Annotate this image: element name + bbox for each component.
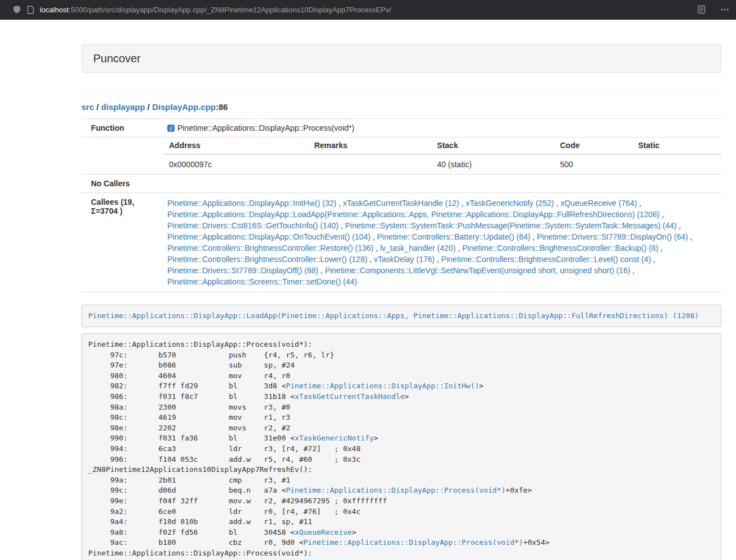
- symbol-link[interactable]: xTaskGetCurrentTaskHandle: [295, 392, 405, 401]
- callee-separator: ,: [688, 232, 693, 241]
- function-stats-table: AddressRemarksStackCodeStatic 0x0000097c…: [163, 137, 721, 174]
- breadcrumb-link[interactable]: displayapp: [101, 102, 145, 112]
- stats-value: 0x0000097c: [163, 154, 308, 174]
- callee-link[interactable]: xTaskGetCurrentTaskHandle (12): [343, 199, 459, 208]
- callee-separator: ,: [371, 232, 377, 241]
- stats-header-row: AddressRemarksStackCodeStatic: [163, 137, 721, 154]
- breadcrumb-separator: /: [145, 102, 152, 112]
- callee-link[interactable]: Pinetime::Controllers::BrightnessControl…: [441, 255, 651, 264]
- callee-separator: ,: [630, 266, 635, 275]
- callee-link[interactable]: Pinetime::Drivers::St7789::DisplayOn() (…: [537, 232, 688, 241]
- callees-cell: Pinetime::Applications::DisplayApp::Init…: [163, 193, 721, 292]
- callee-separator: ,: [637, 199, 641, 208]
- page-title-panel: Puncover: [81, 44, 721, 73]
- stats-value: [632, 154, 721, 174]
- callee-separator: ,: [676, 221, 681, 230]
- callees-row: Callees (19, Σ=3704 ) Pinetime::Applicat…: [81, 193, 721, 292]
- callee-link[interactable]: Pinetime::Controllers::BrightnessControl…: [167, 244, 373, 253]
- function-icon: ƒ: [167, 125, 175, 132]
- callee-link[interactable]: Pinetime::Applications::DisplayApp::Load…: [167, 210, 660, 219]
- symbol-link[interactable]: xTaskGenericNotify: [295, 434, 374, 442]
- symbol-link[interactable]: xQueueReceive: [295, 528, 352, 536]
- callee-link[interactable]: xQueueReceive (764): [560, 199, 637, 208]
- callee-link[interactable]: Pinetime::Applications::DisplayApp::Init…: [167, 199, 336, 208]
- stats-row: AddressRemarksStackCodeStatic 0x0000097c…: [81, 137, 721, 175]
- breadcrumb: src / displayapp / DisplayApp.cpp:86: [81, 102, 721, 112]
- page-icon: [27, 6, 34, 14]
- callee-link[interactable]: Pinetime::Drivers::St7789::DisplayOff() …: [167, 266, 318, 275]
- stats-value: 40 (static): [431, 154, 554, 174]
- page-content: Puncover src / displayapp / DisplayApp.c…: [81, 20, 721, 560]
- callee-separator: ,: [339, 221, 345, 230]
- callee-link[interactable]: lv_task_handler (420): [380, 244, 456, 253]
- callees-label: Callees (19, Σ=3704 ): [81, 193, 163, 292]
- stats-value-row: 0x0000097c40 (static)500: [163, 154, 721, 174]
- breadcrumb-link[interactable]: src: [81, 102, 94, 112]
- browser-chrome: localhost:5000/path/src/displayapp/Displ…: [0, 0, 736, 20]
- callee-separator: ,: [651, 255, 655, 264]
- callee-link[interactable]: Pinetime::Controllers::BrightnessControl…: [462, 244, 658, 253]
- url-text: localhost:5000/path/src/displayapp/Displ…: [40, 6, 391, 14]
- function-label: Function: [81, 119, 163, 137]
- url-path: :5000/path/src/displayapp/DisplayApp.cpp…: [68, 6, 391, 14]
- divider: [81, 90, 721, 90]
- highlight-panel: Pinetime::Applications::DisplayApp::Load…: [81, 305, 721, 327]
- callee-separator: ,: [459, 199, 466, 208]
- breadcrumb-separator: /: [94, 102, 102, 112]
- disassembly: Pinetime::Applications::DisplayApp::Proc…: [81, 333, 721, 560]
- no-callers-row: No Callers: [81, 175, 721, 193]
- menu-icon[interactable]: [720, 5, 729, 14]
- stats-col-header: Stack: [431, 137, 554, 154]
- callee-link[interactable]: Pinetime::Controllers::BrightnessControl…: [167, 255, 367, 264]
- stats-col-header: Static: [632, 137, 721, 154]
- callee-link[interactable]: Pinetime::Drivers::Cst816S::GetTouchInfo…: [167, 221, 339, 230]
- reader-mode-icon[interactable]: [697, 5, 706, 14]
- callee-separator: ,: [554, 199, 561, 208]
- stats-value: [308, 154, 431, 174]
- breadcrumb-line-number: :86: [216, 102, 228, 112]
- callee-separator: ,: [318, 266, 325, 275]
- symbol-link[interactable]: Pinetime::Applications::DisplayApp::Init…: [286, 382, 479, 390]
- callee-link[interactable]: vTaskDelay (176): [374, 255, 435, 264]
- page-title: Puncover: [93, 52, 141, 65]
- callee-separator: ,: [336, 199, 343, 208]
- symbol-link[interactable]: Pinetime::Applications::DisplayApp::Proc…: [304, 538, 523, 547]
- stats-col-header: Remarks: [308, 137, 431, 154]
- callee-separator: ,: [456, 244, 463, 253]
- callee-link[interactable]: Pinetime::Controllers::Battery::Update()…: [377, 232, 531, 241]
- callee-separator: ,: [373, 244, 380, 253]
- callee-separator: ,: [531, 232, 537, 241]
- url-host: localhost: [40, 6, 68, 14]
- stats-col-header: Address: [163, 137, 308, 154]
- callee-separator: ,: [435, 255, 441, 264]
- url-field[interactable]: localhost:5000/path/src/displayapp/Displ…: [27, 6, 692, 14]
- breadcrumb-link[interactable]: DisplayApp.cpp: [152, 102, 216, 112]
- callee-link[interactable]: xTaskGenericNotify (252): [465, 199, 554, 208]
- function-row: Function ƒ Pinetime::Applications::Displ…: [81, 119, 721, 137]
- stats-col-header: Code: [554, 137, 632, 154]
- callee-separator: ,: [660, 210, 664, 219]
- callee-link[interactable]: Pinetime::Applications::Screens::Timer::…: [167, 277, 357, 286]
- no-callers-label: No Callers: [81, 175, 163, 193]
- callee-link[interactable]: Pinetime::System::SystemTask::PushMessag…: [345, 221, 677, 230]
- callee-separator: ,: [659, 244, 663, 253]
- highlight-symbol-link[interactable]: Pinetime::Applications::DisplayApp::Load…: [88, 311, 699, 320]
- callee-link[interactable]: Pinetime::Components::LittleVgl::SetNewT…: [325, 266, 630, 275]
- function-name: Pinetime::Applications::DisplayApp::Proc…: [177, 123, 354, 132]
- symbol-link[interactable]: Pinetime::Applications::DisplayApp::Proc…: [286, 486, 505, 494]
- callee-separator: ,: [367, 255, 374, 264]
- stats-value: 500: [554, 154, 632, 174]
- callee-link[interactable]: Pinetime::Applications::DisplayApp::OnTo…: [167, 232, 371, 241]
- function-table: Function ƒ Pinetime::Applications::Displ…: [81, 118, 721, 292]
- shield-icon[interactable]: [12, 5, 21, 14]
